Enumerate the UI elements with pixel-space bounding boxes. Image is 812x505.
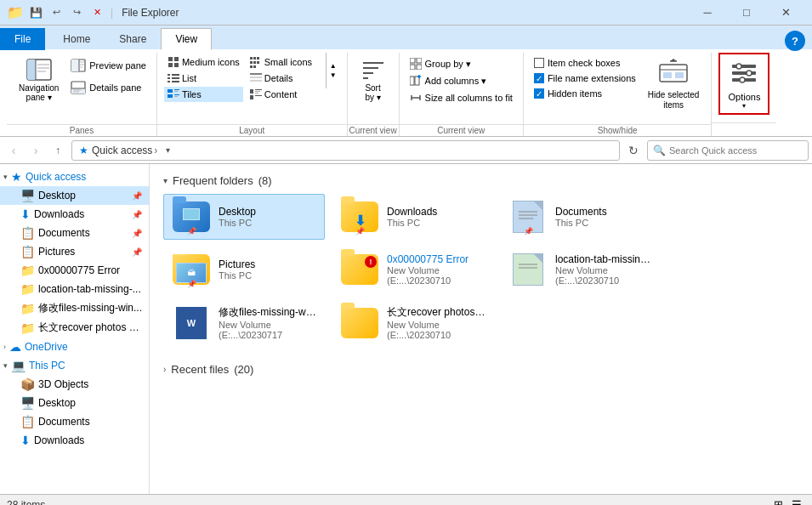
tab-home[interactable]: Home bbox=[48, 28, 105, 50]
svg-rect-67 bbox=[663, 72, 672, 78]
folder-item-downloads[interactable]: ⬇ 📌 Downloads This PC bbox=[332, 194, 493, 240]
folder-item-documents[interactable]: 📌 Documents This PC bbox=[500, 194, 662, 240]
layout-small-icons-label: Small icons bbox=[264, 57, 312, 67]
layout-list[interactable]: List bbox=[164, 71, 243, 86]
documents-pc-icon: 📋 bbox=[20, 415, 35, 428]
sidebar-item-xiugai-files[interactable]: 📁 修改files-missing-win... bbox=[0, 298, 149, 318]
file-name-extensions-toggle[interactable]: ✓ File name extensions bbox=[531, 71, 639, 85]
refresh-button[interactable]: ↻ bbox=[623, 140, 644, 161]
svg-rect-32 bbox=[172, 77, 179, 79]
options-button[interactable]: Options ▾ bbox=[718, 53, 769, 115]
sidebar-item-location-tab[interactable]: 📁 location-tab-missing-... bbox=[0, 280, 149, 298]
back-button[interactable]: ‹ bbox=[3, 140, 24, 161]
layout-medium-icons[interactable]: Medium icons bbox=[164, 54, 243, 70]
svg-rect-44 bbox=[250, 89, 253, 94]
svg-rect-33 bbox=[168, 81, 170, 82]
recent-chevron-icon: › bbox=[163, 365, 166, 374]
location-tab-thumb-icon bbox=[513, 253, 543, 286]
folder-item-changwen[interactable]: 长文recover photos from ... New Volume (E:… bbox=[332, 299, 493, 346]
expand-arrow-onedrive-icon: › bbox=[3, 343, 6, 351]
forward-button[interactable]: › bbox=[26, 140, 46, 161]
sidebar-documents-pc-label: Documents bbox=[38, 416, 90, 428]
maximize-button[interactable]: □ bbox=[727, 0, 766, 26]
sidebar-quick-access-header[interactable]: ▾ ★ Quick access bbox=[0, 167, 149, 186]
item-check-boxes-toggle[interactable]: Item check boxes bbox=[531, 56, 639, 70]
sidebar-item-desktop[interactable]: 🖥️ Desktop 📌 bbox=[0, 186, 149, 205]
details-pane-button[interactable]: Details pane bbox=[67, 78, 150, 97]
svg-rect-71 bbox=[732, 65, 756, 68]
sidebar-item-error-folder[interactable]: 📁 0x00000775 Error bbox=[0, 261, 149, 280]
sidebar-this-pc-header[interactable]: ▾ 💻 This PC bbox=[0, 356, 149, 375]
quick-access-save-btn[interactable]: 💾 bbox=[27, 4, 44, 21]
view-mode-list-button[interactable]: ☰ bbox=[788, 496, 805, 506]
desktop-folder-sub: This PC bbox=[219, 218, 317, 228]
close-button[interactable]: ✕ bbox=[766, 0, 805, 26]
svg-rect-57 bbox=[417, 65, 422, 70]
sidebar-item-downloads[interactable]: ⬇ Downloads 📌 bbox=[0, 205, 149, 224]
ribbon-group-current-view: Group by ▾ Add columns ▾ Size all column… bbox=[400, 53, 524, 136]
folder-item-pictures[interactable]: 🏔 📌 Pictures This PC bbox=[163, 247, 325, 292]
view-mode-grid-button[interactable]: ⊞ bbox=[769, 496, 786, 506]
sidebar-item-documents[interactable]: 📋 Documents 📌 bbox=[0, 224, 149, 242]
downloads-icon: ⬇ bbox=[20, 207, 31, 221]
sort-by-button[interactable]: Sortby ▾ bbox=[355, 53, 392, 105]
preview-pane-button[interactable]: Preview pane bbox=[67, 56, 150, 75]
up-button[interactable]: ↑ bbox=[48, 140, 68, 161]
tab-share[interactable]: Share bbox=[105, 28, 161, 50]
sidebar-item-downloads-pc[interactable]: ⬇ Downloads bbox=[0, 431, 149, 450]
svg-rect-38 bbox=[168, 89, 173, 93]
layout-items-grid: Medium icons Small icons List Details Ti… bbox=[164, 53, 326, 102]
navigation-pane-button[interactable]: Navigationpane ▾ bbox=[14, 53, 64, 105]
hidden-items-toggle[interactable]: ✓ Hidden items bbox=[531, 87, 639, 100]
preview-pane-icon bbox=[71, 58, 86, 73]
details-pane-label: Details pane bbox=[89, 82, 141, 93]
layout-content[interactable]: Content bbox=[247, 87, 326, 102]
location-tab-img-wrap bbox=[508, 252, 548, 287]
group-by-button[interactable]: Group by ▾ bbox=[406, 56, 516, 71]
status-bar: 28 items ⊞ ☰ bbox=[0, 494, 812, 505]
frequent-folders-header[interactable]: ▾ Frequent folders (8) bbox=[163, 171, 798, 194]
svg-rect-31 bbox=[168, 77, 170, 79]
size-all-columns-button[interactable]: Size all columns to fit bbox=[406, 90, 516, 105]
add-columns-button[interactable]: Add columns ▾ bbox=[406, 73, 516, 88]
folder-item-xiugai[interactable]: W 修改files-missing-win-10... New Volume (… bbox=[163, 299, 325, 346]
desktop-folder-img-wrap: 📌 bbox=[171, 200, 212, 234]
layout-small-icons[interactable]: Small icons bbox=[247, 54, 326, 70]
tab-view[interactable]: View bbox=[161, 28, 212, 50]
quick-access-redo-btn[interactable]: ↪ bbox=[68, 4, 85, 21]
layout-scroll-arrow[interactable]: ▲ ▼ bbox=[326, 53, 340, 88]
layout-tiles[interactable]: Tiles bbox=[164, 87, 243, 102]
search-input[interactable] bbox=[669, 145, 803, 156]
path-dropdown-button[interactable]: ▾ bbox=[159, 140, 176, 161]
svg-rect-42 bbox=[174, 94, 179, 95]
tab-file[interactable]: File bbox=[0, 28, 45, 50]
sidebar-item-desktop-pc[interactable]: 🖥️ Desktop bbox=[0, 394, 149, 412]
minimize-button[interactable]: ─ bbox=[688, 0, 727, 26]
sidebar-item-changwen[interactable]: 📁 长文recover photos fr... bbox=[0, 318, 149, 338]
recent-files-header[interactable]: › Recent files (20) bbox=[163, 360, 798, 379]
folder-item-error[interactable]: ! 0x00000775 Error New Volume (E:...\202… bbox=[332, 247, 493, 292]
hide-selected-items-button[interactable]: Hide selecteditems bbox=[643, 53, 705, 114]
expand-arrow-thispc-icon: ▾ bbox=[3, 361, 8, 370]
quick-access-undo-btn[interactable]: ↩ bbox=[48, 4, 65, 21]
downloads-pc-icon: ⬇ bbox=[20, 434, 31, 447]
layout-details[interactable]: Details bbox=[247, 71, 326, 86]
sidebar-item-pictures[interactable]: 📋 Pictures 📌 bbox=[0, 242, 149, 261]
folder-item-location-tab[interactable]: location-tab-missing-in-.... New Volume … bbox=[500, 247, 662, 292]
search-box[interactable]: 🔍 bbox=[647, 140, 809, 161]
svg-rect-26 bbox=[257, 61, 259, 64]
path-star-icon: ★ bbox=[79, 145, 88, 156]
sidebar-item-documents-pc[interactable]: 📋 Documents bbox=[0, 412, 149, 431]
svg-rect-22 bbox=[253, 57, 256, 60]
quick-access-delete-btn[interactable]: ✕ bbox=[88, 4, 105, 21]
sidebar-onedrive-header[interactable]: › ☁ OneDrive bbox=[0, 338, 149, 356]
layout-content: Medium icons Small icons List Details Ti… bbox=[164, 53, 340, 116]
svg-rect-56 bbox=[410, 65, 415, 70]
help-button[interactable]: ? bbox=[785, 31, 805, 51]
documents-folder-img-wrap: 📌 bbox=[508, 200, 548, 234]
options-content: Options ▾ bbox=[718, 53, 769, 133]
sidebar-item-3d-objects[interactable]: 📦 3D Objects bbox=[0, 375, 149, 394]
address-path[interactable]: ★ Quick access › ▾ bbox=[71, 140, 620, 161]
hide-selected-label: Hide selecteditems bbox=[648, 90, 700, 111]
folder-item-desktop[interactable]: 📌 Desktop This PC bbox=[163, 194, 325, 240]
